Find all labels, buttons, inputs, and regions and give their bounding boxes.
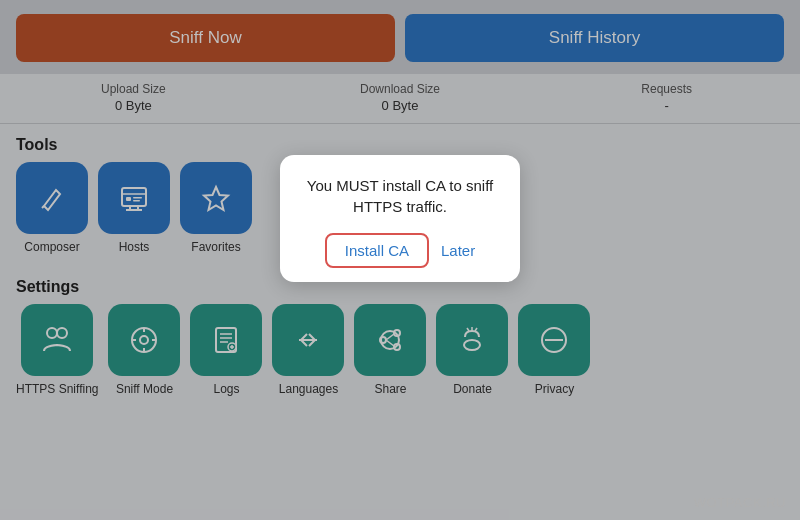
later-button[interactable]: Later <box>441 233 475 268</box>
watermark: WOTPACK.RU <box>694 495 786 510</box>
install-ca-button[interactable]: Install CA <box>325 233 429 268</box>
popup-actions: Install CA Later <box>302 233 498 268</box>
popup-box: You MUST install CA to sniff HTTPS traff… <box>280 155 520 282</box>
watermark-text: WOTPACK.RU <box>694 495 786 510</box>
popup-overlay: You MUST install CA to sniff HTTPS traff… <box>0 0 800 520</box>
popup-message: You MUST install CA to sniff HTTPS traff… <box>302 175 498 217</box>
